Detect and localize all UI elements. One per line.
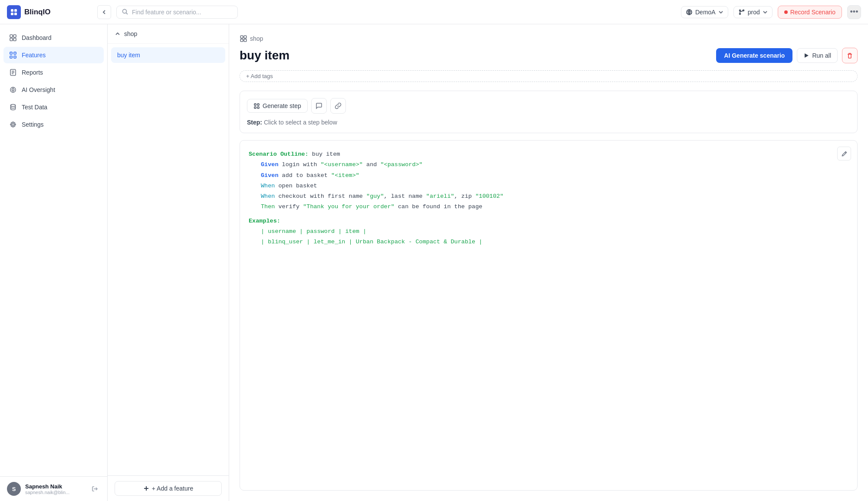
sidebar-item-test-data[interactable]: Test Data	[3, 99, 104, 115]
svg-rect-17	[10, 52, 12, 54]
search-icon	[122, 9, 128, 15]
user-name: Sapnesh Naik	[25, 483, 85, 490]
svg-point-30	[12, 124, 14, 126]
svg-rect-34	[240, 36, 243, 38]
svg-rect-41	[254, 107, 256, 108]
link-icon-button[interactable]	[330, 98, 346, 114]
examples-keyword: Examples:	[249, 218, 280, 224]
svg-line-5	[126, 13, 128, 15]
generate-step-icon	[253, 103, 260, 109]
more-options-button[interactable]: •••	[847, 5, 861, 19]
sidebar-item-dashboard[interactable]: Dashboard	[3, 29, 104, 46]
content-actions: AI Generate scenario Run all	[716, 48, 858, 63]
collapse-sidebar-button[interactable]	[97, 5, 111, 19]
middle-panel: shop buy item + Add a feature	[108, 24, 229, 501]
table-row-line: | blinq_user | let_me_in | Urban Backpac…	[249, 237, 848, 247]
svg-rect-40	[257, 104, 259, 105]
features-icon	[9, 51, 17, 59]
edit-scenario-button[interactable]	[837, 147, 851, 160]
run-all-button[interactable]: Run all	[797, 48, 838, 63]
generate-step-label: Generate step	[263, 102, 301, 109]
header-right: DemoA prod Record Scenario •••	[681, 5, 861, 19]
env-icon	[686, 9, 693, 16]
svg-rect-0	[11, 9, 13, 12]
svg-rect-20	[14, 56, 16, 58]
svg-rect-19	[10, 56, 12, 58]
given-line-2: Given add to basket "<item>"	[249, 170, 848, 181]
breadcrumb-icon	[240, 35, 247, 43]
then-line-1: Then verify "Thank you for your order" c…	[249, 202, 848, 212]
add-feature-label: + Add a feature	[152, 485, 193, 492]
step-area: Generate step Step: Click to select a st…	[240, 91, 858, 133]
main-content: shop buy item AI Generate scenario Run a…	[229, 24, 868, 501]
delete-button[interactable]	[842, 48, 858, 63]
svg-marker-38	[805, 53, 809, 58]
sidebar-item-settings[interactable]: Settings	[3, 116, 104, 133]
given-line-1: Given login with "<username>" and "<pass…	[249, 160, 848, 170]
sidebar-item-ai-oversight[interactable]: AI Oversight	[3, 82, 104, 98]
svg-rect-13	[10, 35, 13, 37]
sidebar-item-features-label: Features	[22, 52, 46, 59]
examples-line: Examples:	[249, 216, 848, 226]
branch-icon	[738, 9, 745, 16]
nav-items: Dashboard Features Reports AI Oversight	[0, 24, 107, 476]
sidebar-item-settings-label: Settings	[22, 121, 44, 128]
user-info: Sapnesh Naik sapnesh.naik@blin...	[25, 483, 85, 495]
sidebar-item-features[interactable]: Features	[3, 47, 104, 63]
chevron-down-icon	[718, 10, 723, 15]
sidebar-item-reports[interactable]: Reports	[3, 64, 104, 81]
logo-icon	[7, 5, 21, 19]
breadcrumb-text: shop	[250, 35, 263, 42]
prod-selector-label: prod	[748, 9, 760, 16]
env-selector-label: DemoA	[695, 9, 716, 16]
svg-rect-16	[13, 38, 16, 41]
svg-point-29	[11, 105, 16, 107]
middle-panel-footer: + Add a feature	[108, 475, 229, 501]
chevron-down-icon-prod	[763, 10, 768, 15]
add-tags-button[interactable]: + Add tags	[240, 70, 858, 82]
svg-rect-15	[10, 38, 13, 41]
code-block: Scenario Outline: buy item Given login w…	[249, 149, 848, 248]
trash-icon	[846, 52, 853, 59]
search-area[interactable]: Find feature or scenario...	[116, 6, 238, 19]
plus-icon	[143, 485, 149, 491]
record-scenario-button[interactable]: Record Scenario	[778, 6, 842, 19]
middle-panel-header: shop	[108, 24, 229, 44]
settings-icon	[9, 120, 17, 129]
app-logo-text: BlinqIO	[24, 8, 50, 16]
generate-step-button[interactable]: Generate step	[247, 99, 308, 113]
when-line-2: When checkout with first name "guy", las…	[249, 191, 848, 202]
step-toolbar: Generate step	[247, 98, 850, 114]
env-selector[interactable]: DemoA	[681, 6, 728, 18]
add-feature-button[interactable]: + Add a feature	[115, 481, 222, 496]
feature-item-buy-item[interactable]: buy item	[111, 47, 225, 63]
svg-rect-37	[244, 39, 247, 42]
prod-selector[interactable]: prod	[733, 6, 773, 18]
logo-area: BlinqIO	[7, 5, 111, 19]
outline-name: buy item	[309, 151, 340, 157]
user-avatar: S	[7, 482, 21, 496]
record-btn-label: Record Scenario	[790, 9, 835, 16]
search-placeholder: Find feature or scenario...	[132, 9, 201, 16]
record-dot	[784, 10, 788, 14]
run-all-label: Run all	[812, 52, 831, 59]
breadcrumb: shop	[240, 35, 858, 43]
svg-point-4	[123, 10, 127, 13]
ai-generate-scenario-button[interactable]: AI Generate scenario	[716, 48, 792, 63]
chat-icon-button[interactable]	[311, 98, 327, 114]
svg-rect-3	[14, 13, 17, 15]
ai-oversight-icon	[9, 85, 17, 94]
logout-button[interactable]	[90, 484, 100, 494]
sidebar-item-test-data-label: Test Data	[22, 104, 47, 111]
sidebar-item-ai-oversight-label: AI Oversight	[22, 86, 55, 93]
svg-rect-18	[14, 52, 16, 54]
scenario-area: Scenario Outline: buy item Given login w…	[240, 140, 858, 491]
step-hint-text: Click to select a step below	[264, 119, 337, 126]
dashboard-icon	[9, 33, 17, 42]
svg-rect-35	[244, 36, 247, 38]
chevron-up-icon	[115, 31, 121, 37]
left-sidebar: Dashboard Features Reports AI Oversight	[0, 24, 108, 501]
svg-rect-36	[240, 39, 243, 42]
content-header: buy item AI Generate scenario Run all	[240, 48, 858, 63]
step-hint-prefix: Step:	[247, 119, 262, 126]
